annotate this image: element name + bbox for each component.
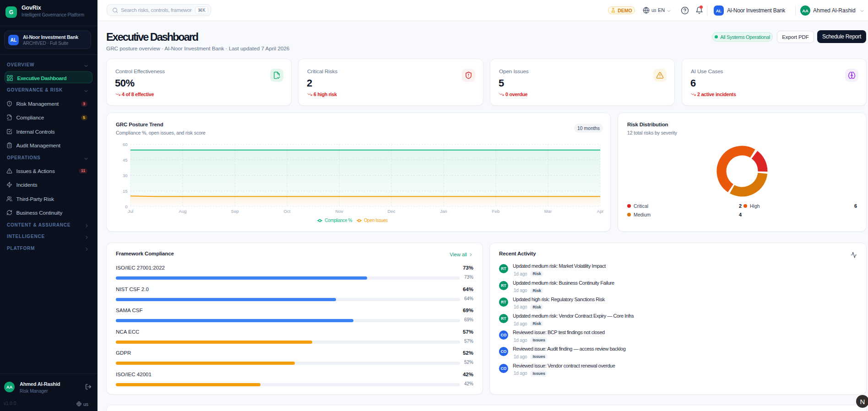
svg-text:30: 30 [123,173,128,178]
svg-text:45: 45 [123,157,128,162]
svg-text:Apr: Apr [597,209,604,214]
svg-text:15: 15 [123,189,128,194]
svg-text:Sep: Sep [231,209,239,214]
svg-text:Aug: Aug [179,209,187,214]
svg-text:Nov: Nov [336,209,343,214]
svg-text:Dec: Dec [388,209,396,214]
svg-text:60: 60 [123,142,128,147]
svg-text:Mar: Mar [544,209,552,214]
svg-text:0: 0 [125,204,127,209]
svg-text:Jul: Jul [128,209,133,214]
svg-text:Jan: Jan [440,209,447,214]
svg-text:Feb: Feb [492,209,499,214]
svg-text:Oct: Oct [284,209,291,214]
